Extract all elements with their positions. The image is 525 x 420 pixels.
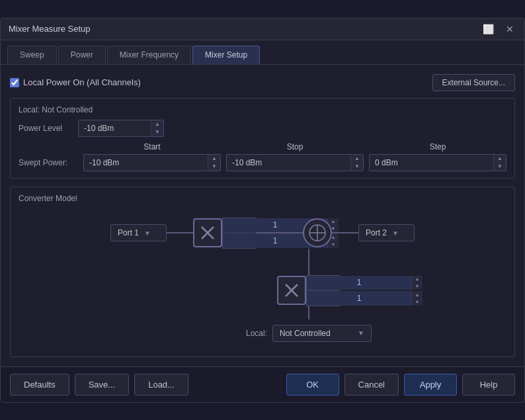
tab-mixer-frequency[interactable]: Mixer Frequency <box>107 46 191 64</box>
swept-stop-spinbox[interactable]: -10 dBm ▲ ▼ <box>226 154 364 171</box>
ratio-bottom-row-2: ▲ ▼ <box>307 291 340 306</box>
power-level-down[interactable]: ▼ <box>151 128 163 136</box>
line-v-2 <box>308 306 309 319</box>
power-level-label: Power Level <box>19 124 71 133</box>
top-section: Local Power On (All Channels) External S… <box>10 74 515 91</box>
window-title: Mixer Measure Setup <box>9 24 91 34</box>
port2-selector[interactable]: Port 2 ▼ <box>358 224 415 241</box>
line-3 <box>332 232 358 233</box>
swept-stop-value: -10 dBm <box>227 158 350 167</box>
port1-selector[interactable]: Port 1 ▼ <box>110 224 167 241</box>
ratio-bottom-up-2[interactable]: ▲ <box>412 291 423 298</box>
tab-bar: Sweep Power Mixer Frequency Mixer Setup <box>1 40 524 65</box>
ratio-bottom-down-2[interactable]: ▼ <box>412 298 423 306</box>
step-header: Step <box>369 142 506 151</box>
external-source-button[interactable]: External Source... <box>432 74 515 91</box>
apply-button[interactable]: Apply <box>404 374 457 396</box>
sum-icon <box>308 224 327 242</box>
local-dropdown-value: Not Controlled <box>280 329 331 338</box>
ratio-bottom-row-1: ▲ ▼ <box>223 233 256 248</box>
ratio-top-row-1: ▲ ▼ <box>223 218 256 233</box>
defaults-button[interactable]: Defaults <box>10 374 69 396</box>
ratio-top-up-2[interactable]: ▲ <box>412 276 423 283</box>
load-button[interactable]: Load... <box>134 374 188 396</box>
converter-diagram: Port 1 ▼ <box>19 214 506 346</box>
line-2 <box>257 232 303 233</box>
save-button[interactable]: Save... <box>75 374 129 396</box>
converter-title: Converter Model <box>19 194 506 203</box>
ratio-bottom-down-1[interactable]: ▼ <box>328 241 339 248</box>
local-dropdown-arrow: ▼ <box>358 329 364 337</box>
port2-arrow-icon: ▼ <box>392 230 399 237</box>
diagram-inner: Port 1 ▼ <box>19 218 506 342</box>
ok-button[interactable]: OK <box>286 374 339 396</box>
bottom-mixer-row: ▲ ▼ ▲ ▼ <box>277 275 341 306</box>
main-window: Mixer Measure Setup ⬜ ✕ Sweep Power Mixe… <box>0 18 525 403</box>
bottom-bar: Defaults Save... Load... OK Cancel Apply… <box>1 366 524 402</box>
ratio-box-2: ▲ ▼ ▲ ▼ <box>306 275 341 306</box>
swept-stop-down[interactable]: ▼ <box>351 163 363 171</box>
close-button[interactable]: ✕ <box>503 24 516 34</box>
title-bar-controls: ⬜ ✕ <box>480 24 516 34</box>
ratio-box-1: ▲ ▼ ▲ ▼ <box>222 218 257 249</box>
power-level-up[interactable]: ▲ <box>151 120 163 128</box>
ratio-top-row-2: ▲ ▼ <box>307 276 340 290</box>
line-1 <box>167 232 193 233</box>
swept-start-up[interactable]: ▲ <box>208 155 220 163</box>
sum-symbol <box>303 218 332 247</box>
swept-start-down[interactable]: ▼ <box>208 163 220 171</box>
port2-label: Port 2 <box>366 228 387 237</box>
stop-header: Stop <box>226 142 364 151</box>
converter-panel: Converter Model Port 1 ▼ <box>10 187 515 357</box>
swept-power-label: Swept Power: <box>19 158 78 167</box>
port1-arrow-icon: ▼ <box>144 230 151 237</box>
local-text-label: Local: <box>246 329 267 338</box>
ratio-top-down-2[interactable]: ▼ <box>412 282 423 290</box>
bottom-connector: ▲ ▼ ▲ ▼ <box>19 249 506 342</box>
swept-step-down[interactable]: ▼ <box>494 163 506 171</box>
power-level-value: -10 dBm <box>79 124 151 133</box>
title-bar: Mixer Measure Setup ⬜ ✕ <box>1 19 524 40</box>
port1-label: Port 1 <box>118 228 139 237</box>
swept-start-value: -10 dBm <box>84 158 208 167</box>
swept-step-spinbox[interactable]: 0 dBm ▲ ▼ <box>369 154 506 171</box>
local-row: Local: Not Controlled ▼ <box>246 325 372 342</box>
ratio-top-up-1[interactable]: ▲ <box>328 218 339 226</box>
tab-mixer-setup[interactable]: Mixer Setup <box>192 46 260 64</box>
ratio-bottom-input-2[interactable] <box>307 291 411 306</box>
x-icon <box>198 224 217 242</box>
vertical-line <box>308 249 309 275</box>
local-dropdown[interactable]: Not Controlled ▼ <box>272 325 372 342</box>
swept-stop-up[interactable]: ▲ <box>351 155 363 163</box>
swept-power-row: Swept Power: -10 dBm ▲ ▼ -10 dBm ▲ ▼ <box>19 154 506 171</box>
power-level-spinbox[interactable]: -10 dBm ▲ ▼ <box>78 120 164 137</box>
content-area: Local Power On (All Channels) External S… <box>1 65 524 366</box>
tab-sweep[interactable]: Sweep <box>7 46 57 64</box>
swept-step-up[interactable]: ▲ <box>494 155 506 163</box>
local-power-checkbox[interactable] <box>10 78 19 87</box>
mixer-symbol-1 <box>193 218 222 247</box>
snapshot-button[interactable]: ⬜ <box>480 24 497 34</box>
local-power-label[interactable]: Local Power On (All Channels) <box>10 77 141 87</box>
tab-power[interactable]: Power <box>58 46 106 64</box>
help-button[interactable]: Help <box>462 374 515 396</box>
swept-step-value: 0 dBm <box>370 158 493 167</box>
local-power-panel: Local: Not Controlled Power Level -10 dB… <box>10 98 515 179</box>
ratio-top-input-2[interactable] <box>307 276 411 290</box>
cancel-button[interactable]: Cancel <box>344 374 399 396</box>
power-level-arrows: ▲ ▼ <box>151 120 163 136</box>
mixer-symbol-2 <box>277 276 306 305</box>
start-header: Start <box>83 142 221 151</box>
swept-header: Start Stop Step <box>19 142 506 151</box>
power-level-row: Power Level -10 dBm ▲ ▼ <box>19 120 506 137</box>
x-icon-2 <box>282 281 301 300</box>
top-diagram-row: Port 1 ▼ <box>110 218 415 249</box>
swept-start-spinbox[interactable]: -10 dBm ▲ ▼ <box>83 154 221 171</box>
local-section-label: Local: Not Controlled <box>19 105 506 114</box>
